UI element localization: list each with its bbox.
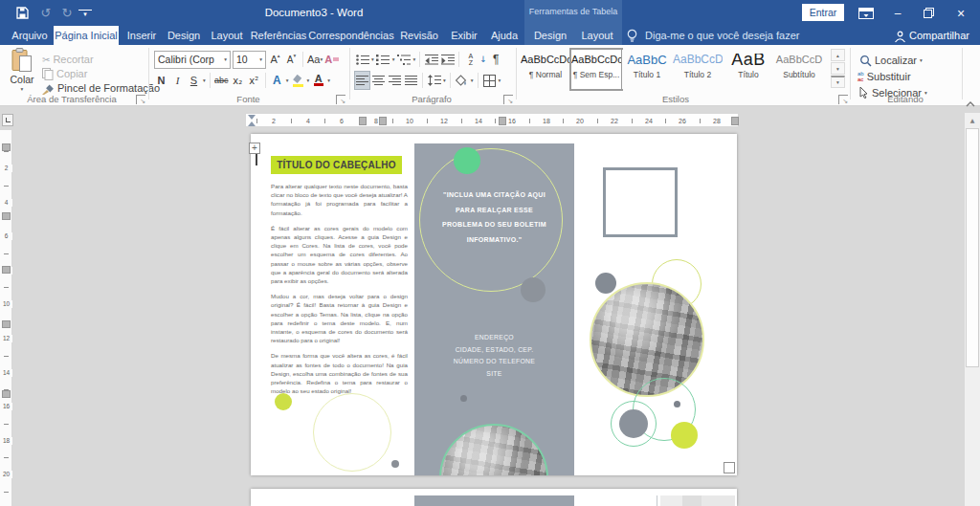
decrease-indent-button[interactable] [424, 51, 438, 68]
table-row-marker[interactable] [2, 320, 11, 328]
redo-icon[interactable]: ↻ [57, 3, 77, 23]
brochure-header-title[interactable]: TÍTULO DO CABEÇALHO [271, 156, 402, 174]
style-titulo-1[interactable]: AaBbC Título 1 [622, 50, 672, 89]
tab-table-layout[interactable]: Layout [574, 26, 620, 45]
office-photo-semicircle[interactable] [439, 424, 548, 475]
quote-text[interactable]: "INCLUA UMA CITAÇÃO AQUI PARA REALÇAR ES… [422, 187, 567, 247]
paragraph-dialog-launcher-icon[interactable]: ↘ [503, 95, 513, 104]
multilevel-list-button[interactable] [397, 51, 412, 68]
tab-referencias[interactable]: Referências [249, 26, 308, 45]
document-page-2[interactable] [251, 489, 737, 506]
tab-inserir[interactable]: Inserir [122, 26, 161, 45]
table-column-marker[interactable] [731, 117, 739, 125]
horizontal-ruler[interactable]: 2 4 6 8 10 12 14 16 18 20 22 24 26 28 [245, 113, 739, 127]
brochure-body-text[interactable]: Para alterar qualquer texto neste docume… [271, 182, 408, 402]
address-text[interactable]: ENDEREÇO CIDADE, ESTADO, CEP. NÚMERO DO … [414, 332, 574, 380]
decorative-circle-fill[interactable] [595, 273, 616, 294]
table-resize-handle[interactable] [724, 462, 735, 473]
tab-selector-button[interactable] [2, 114, 13, 126]
decorative-dot[interactable] [391, 460, 399, 468]
decorative-circle-fill[interactable] [521, 277, 546, 302]
font-size-select[interactable]: 10▾ [233, 51, 266, 69]
tab-design[interactable]: Design [164, 26, 204, 45]
tab-pagina-inicial[interactable]: Página Inicial [54, 26, 119, 45]
minimize-button[interactable]: – [884, 0, 911, 26]
table-row-marker[interactable] [2, 212, 11, 220]
tab-table-design[interactable]: Design [528, 26, 572, 45]
grow-font-button[interactable]: A▴ [268, 51, 282, 68]
table-row-marker[interactable] [2, 266, 11, 274]
change-case-button[interactable]: Aa▾ [307, 51, 323, 68]
table-move-handle[interactable]: + [249, 143, 260, 154]
undo-icon[interactable]: ↺ [36, 3, 56, 23]
clear-formatting-button[interactable]: A [324, 51, 339, 68]
shading-button[interactable] [455, 72, 469, 89]
decorative-circle-fill[interactable] [671, 422, 698, 449]
highlight-button[interactable] [291, 72, 305, 89]
vertical-ruler[interactable]: 2 4 6 8 10 12 14 16 18 20 [0, 130, 12, 506]
team-photo-circle[interactable] [590, 282, 704, 397]
paragraph[interactable]: De mesma forma que você altera as cores,… [271, 351, 408, 395]
customize-quick-access-icon[interactable]: ▾ [78, 10, 92, 18]
subscript-button[interactable]: x₂ [231, 72, 245, 89]
table-row-marker[interactable] [2, 390, 11, 398]
decorative-circle-outline[interactable] [313, 393, 391, 472]
decorative-dot[interactable] [674, 401, 680, 407]
styles-dialog-launcher-icon[interactable]: ↘ [838, 95, 848, 104]
style-subtitulo[interactable]: AaBbCcD Subtítulo [774, 50, 824, 89]
font-color-button[interactable]: A [311, 72, 325, 89]
style-sem-espacamento[interactable]: AaBbCcDc ¶ Sem Esp... [571, 50, 621, 89]
table-column-marker[interactable] [379, 117, 387, 125]
brochure-middle-panel[interactable]: "INCLUA UMA CITAÇÃO AQUI PARA REALÇAR ES… [414, 143, 574, 475]
restore-button[interactable] [915, 0, 942, 26]
scrollbar-thumb[interactable] [966, 128, 979, 367]
tab-revisao[interactable]: Revisão [396, 26, 442, 45]
decorative-dot[interactable] [460, 395, 467, 402]
paragraph[interactable]: Para alterar qualquer texto neste docume… [271, 182, 408, 217]
align-right-button[interactable] [388, 72, 402, 89]
scroll-up-icon[interactable]: ▲ [965, 113, 980, 127]
share-button[interactable]: Compartilhar [909, 26, 969, 45]
superscript-button[interactable]: x² [247, 72, 261, 89]
save-button[interactable] [11, 3, 33, 23]
tab-ajuda[interactable]: Ajuda [484, 26, 524, 45]
underline-button[interactable]: S [187, 72, 201, 89]
styles-more-icon[interactable]: ▾ [831, 76, 845, 88]
table-column-marker[interactable] [499, 117, 506, 125]
style-titulo[interactable]: AaB Título [724, 50, 773, 89]
first-line-indent-marker[interactable] [248, 115, 256, 120]
table-row-marker[interactable] [2, 143, 11, 151]
close-button[interactable]: × [946, 0, 976, 26]
hanging-indent-marker[interactable] [248, 121, 256, 126]
text-effects-button[interactable]: A [270, 72, 284, 89]
bullets-button[interactable] [355, 51, 369, 68]
borders-button[interactable] [482, 72, 497, 89]
document-page-1[interactable]: + TÍTULO DO CABEÇALHO Para alterar qualq… [251, 134, 737, 475]
italic-button[interactable]: I [170, 72, 185, 89]
table-column-marker[interactable] [359, 117, 367, 125]
tab-layout[interactable]: Layout [207, 26, 247, 45]
decorative-circle-fill[interactable] [619, 409, 648, 438]
paragraph[interactable]: É fácil alterar as cores gerais do model… [271, 224, 408, 285]
vertical-scrollbar[interactable]: ▲ [964, 113, 980, 506]
tell-me-input[interactable]: Diga-me o que você deseja fazer [645, 26, 799, 45]
tab-exibir[interactable]: Exibir [444, 26, 484, 45]
sort-button[interactable]: AZ [463, 51, 478, 68]
line-spacing-button[interactable] [427, 72, 441, 89]
sign-in-button[interactable]: Entrar [802, 4, 844, 21]
justify-button[interactable] [404, 72, 418, 89]
strikethrough-button[interactable]: abc [214, 72, 229, 89]
align-left-button[interactable] [355, 72, 369, 89]
styles-scroll-down-icon[interactable]: ▾ [831, 62, 845, 75]
clipboard-dialog-launcher-icon[interactable]: ↘ [136, 95, 145, 104]
numbering-button[interactable] [376, 51, 390, 68]
decorative-circle-fill[interactable] [275, 393, 292, 410]
mint-circle[interactable] [454, 147, 480, 174]
paragraph[interactable]: Mudou a cor, mas deseja voltar para o de… [271, 292, 408, 344]
styles-scroll-up-icon[interactable]: ▴ [831, 49, 845, 61]
tab-correspondencias[interactable]: Correspondências [308, 26, 394, 45]
style-normal[interactable]: AaBbCcDc ¶ Normal [521, 50, 570, 89]
font-dialog-launcher-icon[interactable]: ↘ [336, 95, 345, 104]
tab-arquivo[interactable]: Arquivo [8, 26, 52, 45]
style-titulo-2[interactable]: AaBbCcD Título 2 [673, 50, 723, 89]
